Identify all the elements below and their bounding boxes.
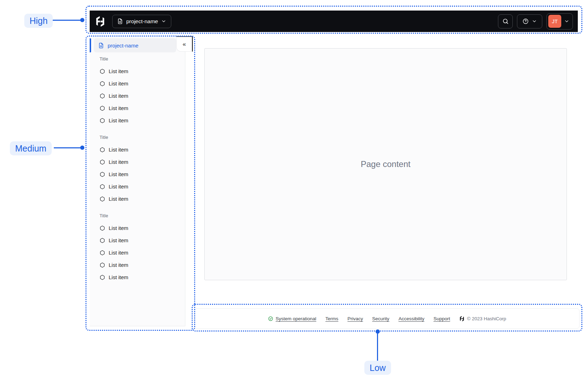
sidebar-list-item[interactable]: List item <box>90 246 185 259</box>
chevron-down-icon <box>564 19 569 24</box>
hexagon-icon <box>100 159 105 165</box>
sidebar-nav: Title List item List item List item List… <box>90 53 185 283</box>
group-list: List item List item List item List item … <box>90 222 185 283</box>
list-item-label: List item <box>109 225 128 231</box>
footer-link[interactable]: Accessibility <box>398 316 424 321</box>
hexagon-icon <box>100 93 105 99</box>
page-content-placeholder: Page content <box>361 159 410 169</box>
hexagon-icon <box>100 238 105 243</box>
active-indicator <box>90 38 91 52</box>
chevron-down-icon <box>161 19 166 24</box>
check-circle-icon <box>268 316 273 321</box>
sidebar: project-name Title List item List item L… <box>90 36 185 326</box>
sidebar-collapse-button[interactable]: « <box>176 36 193 52</box>
project-switcher-label: project-name <box>126 18 158 25</box>
navbar-actions: JT <box>498 13 573 30</box>
hexagon-icon <box>100 196 105 202</box>
list-item-label: List item <box>109 262 128 268</box>
list-item-label: List item <box>109 68 128 74</box>
annotation-dot-low <box>376 329 380 334</box>
list-item-label: List item <box>109 250 128 256</box>
sidebar-group: Title List item List item List item List… <box>90 53 185 127</box>
hexagon-icon <box>100 118 105 123</box>
sidebar-list-item[interactable]: List item <box>90 102 185 114</box>
sidebar-project-header[interactable]: project-name <box>94 38 176 52</box>
sidebar-list-item[interactable]: List item <box>90 180 185 193</box>
list-item-label: List item <box>109 117 128 123</box>
annotated-screenshot: project-name JT project-name Title <box>0 0 588 379</box>
list-item-label: List item <box>109 105 128 111</box>
sidebar-list-item[interactable]: List item <box>90 234 185 246</box>
chevron-down-icon <box>532 19 537 24</box>
annotation-dot-medium <box>80 146 84 150</box>
system-status-label: System operational <box>276 316 317 321</box>
group-list: List item List item List item List item … <box>90 143 185 205</box>
sidebar-list-item[interactable]: List item <box>90 193 185 205</box>
sidebar-list-item[interactable]: List item <box>90 114 185 127</box>
sidebar-list-item[interactable]: List item <box>90 143 185 156</box>
sidebar-list-item[interactable]: List item <box>90 222 185 234</box>
annotation-label-low: Low <box>364 361 391 375</box>
sidebar-list-item[interactable]: List item <box>90 65 185 77</box>
file-text-icon <box>117 18 123 24</box>
annotation-label-medium: Medium <box>10 141 52 155</box>
list-item-label: List item <box>109 237 128 243</box>
footer-link[interactable]: Support <box>434 316 450 321</box>
annotation-connector-medium <box>54 147 82 148</box>
sidebar-list-item[interactable]: List item <box>90 90 185 102</box>
help-icon <box>522 18 529 25</box>
file-text-icon <box>98 43 104 49</box>
group-title: Title <box>100 213 185 219</box>
hashicorp-logo-icon <box>459 316 465 321</box>
search-button[interactable] <box>498 14 513 28</box>
system-status-link[interactable]: System operational <box>268 316 317 321</box>
footer: System operational Terms Privacy Securit… <box>194 308 580 329</box>
list-item-label: List item <box>109 159 128 165</box>
sidebar-group: Title List item List item List item List… <box>90 127 185 205</box>
sidebar-list-item[interactable]: List item <box>90 259 185 271</box>
group-title: Title <box>100 56 185 62</box>
top-navbar: project-name JT <box>90 11 578 32</box>
annotation-dot-high <box>80 18 84 22</box>
group-list: List item List item List item List item … <box>90 65 185 127</box>
sidebar-list-item[interactable]: List item <box>90 271 185 283</box>
hexagon-icon <box>100 184 105 190</box>
search-icon <box>502 18 509 25</box>
footer-brand: © 2023 HashiCorp <box>459 316 506 321</box>
footer-row: System operational Terms Privacy Securit… <box>268 316 506 321</box>
hexagon-icon <box>100 81 105 86</box>
hexagon-icon <box>100 105 105 111</box>
list-item-label: List item <box>109 171 128 177</box>
hashicorp-logo[interactable] <box>95 16 106 27</box>
sidebar-list-item[interactable]: List item <box>90 77 185 90</box>
hexagon-icon <box>100 147 105 153</box>
user-menu-button[interactable]: JT <box>547 13 573 30</box>
sidebar-list-item[interactable]: List item <box>90 168 185 180</box>
annotation-label-high: High <box>24 14 53 28</box>
list-item-label: List item <box>109 147 128 153</box>
list-item-label: List item <box>109 274 128 280</box>
copyright-text: © 2023 HashiCorp <box>467 316 506 321</box>
hexagon-icon <box>100 172 105 177</box>
hexagon-icon <box>100 275 105 280</box>
hexagon-icon <box>100 69 105 74</box>
group-title: Title <box>100 134 185 141</box>
list-item-label: List item <box>109 184 128 190</box>
project-switcher-button[interactable]: project-name <box>112 15 171 28</box>
sidebar-group: Title List item List item List item List… <box>90 205 185 283</box>
footer-links: Terms Privacy Security Accessibility Sup… <box>325 316 450 321</box>
footer-link[interactable]: Privacy <box>347 316 363 321</box>
help-dropdown-button[interactable] <box>517 14 542 28</box>
collapse-chevrons-icon: « <box>183 41 186 48</box>
sidebar-list-item[interactable]: List item <box>90 156 185 168</box>
annotation-connector-high <box>53 20 82 21</box>
avatar: JT <box>548 15 561 28</box>
footer-link[interactable]: Security <box>372 316 389 321</box>
footer-link[interactable]: Terms <box>325 316 338 321</box>
sidebar-project-label: project-name <box>108 43 139 49</box>
list-item-label: List item <box>109 196 128 202</box>
hexagon-icon <box>100 225 105 231</box>
hexagon-icon <box>100 262 105 268</box>
main-content-panel: Page content <box>204 48 567 280</box>
list-item-label: List item <box>109 93 128 99</box>
